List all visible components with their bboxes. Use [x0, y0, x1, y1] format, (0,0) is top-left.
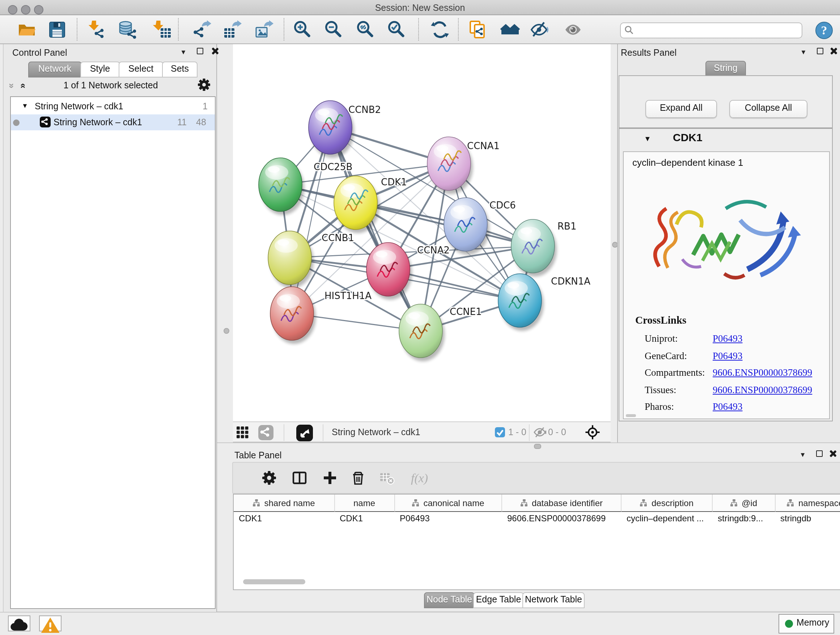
tab-select[interactable]: Select: [118, 62, 164, 78]
crosslink-value-link[interactable]: P06493: [713, 333, 743, 345]
selected-checkbox-icon[interactable]: [494, 427, 505, 437]
main-toolbar: ?: [0, 15, 840, 44]
node-CDC6[interactable]: CDC6: [444, 198, 515, 255]
open-session-button[interactable]: [16, 19, 38, 41]
save-session-button[interactable]: [46, 19, 68, 41]
gear-icon[interactable]: [197, 78, 210, 91]
column-header-@id[interactable]: @id: [713, 494, 775, 512]
show-all-button[interactable]: [563, 19, 584, 41]
toolbar-separator: [178, 18, 179, 41]
column-header-namespace[interactable]: namespace: [775, 494, 840, 512]
network-canvas[interactable]: CCNB2CCNA1CDC25BCDK1CDC6RB1CCNB1CCNA2CDK…: [233, 44, 611, 421]
add-icon[interactable]: [322, 470, 338, 486]
results-panel-title: Results Panel: [621, 48, 676, 58]
network-row[interactable]: String Network – cdk1 11 48: [11, 114, 215, 130]
column-header-shared-name[interactable]: shared name: [234, 494, 335, 512]
node-CCNB2[interactable]: CCNB2: [308, 101, 381, 158]
panel-float-icon[interactable]: [817, 48, 823, 56]
import-network-from-database-button[interactable]: [117, 19, 139, 41]
panel-close-icon[interactable]: [829, 47, 837, 57]
crosslink-value-link[interactable]: 9606.ENSP00000378699: [713, 367, 812, 379]
question-icon: ?: [813, 31, 835, 43]
panel-float-icon[interactable]: [816, 450, 823, 458]
scrollbar-stub[interactable]: [626, 414, 636, 417]
refresh-view-button[interactable]: [429, 19, 451, 41]
crosslink-value-link[interactable]: P06493: [713, 401, 743, 413]
expand-all-button[interactable]: Expand All: [645, 100, 717, 118]
table-cell[interactable]: CDK1: [335, 512, 399, 526]
table-cell[interactable]: stringdb: [775, 512, 840, 526]
tab-string[interactable]: String: [706, 61, 746, 77]
node-CDK1[interactable]: CDK1: [333, 176, 407, 233]
new-network-from-selection-button[interactable]: [467, 19, 489, 41]
zoom-selected-button[interactable]: [386, 19, 407, 41]
hide-selected-button[interactable]: [529, 19, 551, 41]
application-window: Session: New Session ? Control Panel ▼ N…: [0, 0, 840, 635]
columns-icon[interactable]: [292, 470, 308, 486]
export-image-button[interactable]: [254, 19, 276, 41]
right-splitter-handle[interactable]: [612, 242, 617, 248]
zoom-out-button[interactable]: [323, 19, 344, 41]
import-network-from-file-button[interactable]: [87, 19, 109, 41]
tab-network-table[interactable]: Network Table: [523, 592, 584, 608]
panel-menu-icon[interactable]: ▼: [800, 49, 807, 56]
zoom-in-button[interactable]: [292, 19, 313, 41]
node-table[interactable]: shared namenamecanonical namedatabase id…: [233, 494, 840, 590]
export-table-button[interactable]: [222, 19, 244, 41]
network-collection-row[interactable]: ▼ String Network – cdk1 1: [11, 100, 215, 114]
search-box[interactable]: [620, 22, 802, 38]
horizontal-splitter-handle[interactable]: [534, 444, 541, 449]
expand-all-icon[interactable]: «: [21, 79, 28, 90]
crosslink-value-link[interactable]: P06493: [713, 350, 743, 362]
table-cell[interactable]: cyclin–dependent ...: [622, 512, 717, 526]
node-RB1[interactable]: RB1: [511, 219, 576, 277]
tab-network[interactable]: Network: [28, 62, 82, 78]
table-cell[interactable]: 9606.ENSP00000378699: [502, 512, 626, 526]
collapse-all-icon[interactable]: »: [9, 79, 17, 90]
panel-close-icon[interactable]: [210, 47, 218, 57]
zoom-fit-content-button[interactable]: [355, 19, 376, 41]
table-cell[interactable]: stringdb:9...: [713, 512, 780, 526]
search-input[interactable]: [637, 24, 799, 37]
column-header-canonical-name[interactable]: canonical name: [395, 494, 502, 512]
tab-edge-table[interactable]: Edge Table: [473, 592, 524, 608]
node-HIST1H1A[interactable]: HIST1H1A: [270, 287, 371, 344]
column-header-description[interactable]: description: [622, 494, 713, 512]
grid-view-icon[interactable]: [236, 426, 248, 439]
column-header-database-identifier[interactable]: database identifier: [502, 494, 622, 512]
collapse-all-button[interactable]: Collapse All: [729, 100, 807, 118]
cloud-icon[interactable]: [8, 616, 30, 631]
table-cell[interactable]: CDK1: [234, 512, 339, 526]
panel-float-icon[interactable]: [197, 48, 203, 56]
tab-node-table[interactable]: Node Table: [424, 592, 475, 608]
trash-icon[interactable]: [350, 470, 366, 486]
import-table-from-file-button[interactable]: [151, 19, 173, 41]
memory-button[interactable]: Memory: [778, 614, 834, 633]
horizontal-scrollbar-thumb[interactable]: [243, 579, 305, 584]
table-cell[interactable]: P06493: [395, 512, 507, 526]
move-crosshair-icon[interactable]: [584, 424, 600, 440]
help-button[interactable]: ?: [813, 19, 835, 41]
hidden-eye-icon[interactable]: [533, 426, 546, 439]
panel-menu-icon[interactable]: ▼: [799, 451, 806, 458]
warning-icon[interactable]: [39, 616, 62, 631]
tab-style[interactable]: Style: [80, 62, 120, 78]
node-CDKN1A[interactable]: CDKN1A: [498, 274, 590, 331]
left-splitter-handle[interactable]: [224, 328, 229, 334]
tree-expander-icon[interactable]: ▼: [22, 102, 28, 109]
panel-close-icon[interactable]: [829, 450, 836, 459]
tab-sets[interactable]: Sets: [162, 62, 197, 78]
table-panel-title: Table Panel: [234, 450, 282, 461]
birdseye-view-icon[interactable]: [295, 424, 313, 441]
node-CCNA1[interactable]: CCNA1: [427, 137, 499, 194]
export-network-button[interactable]: [192, 19, 213, 41]
share-network-icon[interactable]: [258, 425, 273, 440]
entry-expander-icon[interactable]: ▼: [644, 135, 651, 143]
protein-structure-image: [639, 174, 813, 291]
node-CCNE1[interactable]: CCNE1: [399, 304, 482, 361]
panel-menu-icon[interactable]: ▼: [180, 49, 187, 56]
first-neighbors-button[interactable]: [499, 19, 521, 41]
column-header-name[interactable]: name: [335, 494, 395, 512]
gear-icon[interactable]: [261, 470, 277, 486]
crosslink-value-link[interactable]: 9606.ENSP00000378699: [713, 384, 812, 396]
